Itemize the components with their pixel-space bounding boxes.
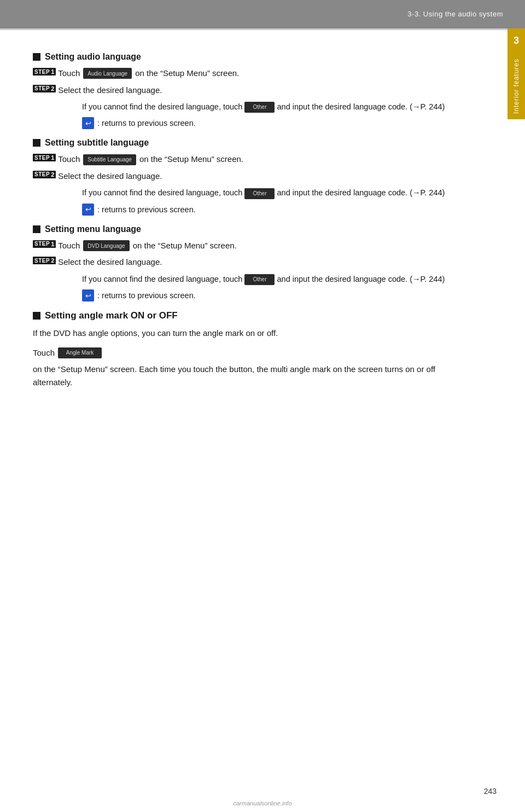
subtitle-language-button[interactable]: Subtitle Language	[83, 154, 136, 165]
subtitle-note: If you cannot find the desired language,…	[82, 187, 475, 199]
subtitle-other-button[interactable]: Other	[244, 188, 275, 199]
menu-step1-text: Touch DVD Language on the “Setup Menu” s…	[58, 240, 237, 252]
heading-square2	[33, 139, 40, 147]
subtitle-step1-prefix: Touch	[58, 153, 80, 166]
menu-step1-suffix: on the “Setup Menu” screen.	[133, 240, 237, 252]
angle-mark-heading: Setting angle mark ON or OFF	[33, 310, 475, 321]
step1-badge: STEP1	[33, 68, 56, 76]
menu-note-text: If you cannot find the desired language,…	[82, 275, 242, 283]
subtitle-back-note: ↩ : returns to previous screen.	[82, 204, 475, 216]
page-header: 3-3. Using the audio system	[407, 10, 503, 18]
menu-back-note: ↩ : returns to previous screen.	[82, 289, 475, 301]
watermark: carmanualsonline.info	[233, 800, 291, 807]
menu-language-title: Setting menu language	[45, 224, 141, 234]
menu-note-suffix: and input the desired language code. (→P…	[277, 275, 445, 283]
sidebar-label: Interior features	[512, 53, 520, 119]
audio-step2: STEP2 Select the desired language.	[33, 84, 475, 97]
subtitle-language-heading: Setting subtitle language	[33, 138, 475, 148]
heading-square4	[33, 312, 40, 320]
angle-body1: If the DVD has angle options, you can tu…	[33, 327, 475, 340]
subtitle-language-title: Setting subtitle language	[45, 138, 149, 148]
audio-language-title: Setting audio language	[45, 52, 141, 62]
right-sidebar: 3 Interior features	[508, 28, 525, 119]
menu-back-icon: ↩	[82, 289, 94, 301]
audio-language-button[interactable]: Audio Language	[83, 68, 132, 79]
menu-step2: STEP2 Select the desired language.	[33, 256, 475, 269]
subtitle-step1-suffix: on the “Setup Menu” screen.	[139, 153, 243, 166]
menu-other-button[interactable]: Other	[244, 274, 275, 285]
subtitle-back-icon: ↩	[82, 204, 94, 216]
step1-prefix: Touch	[58, 67, 80, 80]
subtitle-step2: STEP2 Select the desired language.	[33, 170, 475, 183]
step2-label: Select the desired language.	[58, 84, 162, 97]
section-menu-language: Setting menu language STEP1 Touch DVD La…	[33, 224, 475, 301]
section-angle-mark: Setting angle mark ON or OFF If the DVD …	[33, 310, 475, 389]
subtitle-note-text: If you cannot find the desired language,…	[82, 188, 242, 197]
menu-back-text: : returns to previous screen.	[97, 291, 196, 300]
audio-back-note: ↩ : returns to previous screen.	[82, 117, 475, 129]
angle-mark-title: Setting angle mark ON or OFF	[45, 310, 178, 321]
section-subtitle-language: Setting subtitle language STEP1 Touch Su…	[33, 138, 475, 215]
audio-note-text: If you cannot find the desired language,…	[82, 102, 242, 111]
menu-step1: STEP1 Touch DVD Language on the “Setup M…	[33, 240, 475, 252]
step1-suffix: on the “Setup Menu” screen.	[135, 67, 239, 80]
subtitle-step1-text: Touch Subtitle Language on the “Setup Me…	[58, 153, 243, 166]
subtitle-back-text: : returns to previous screen.	[97, 205, 196, 214]
audio-note: If you cannot find the desired language,…	[82, 101, 475, 113]
subtitle-step2-text: Select the desired language.	[58, 170, 162, 183]
top-bar: 3-3. Using the audio system	[0, 0, 525, 28]
sidebar-number: 3	[514, 28, 519, 53]
audio-step1: STEP1 Touch Audio Language on the “Setup…	[33, 67, 475, 80]
audio-other-button[interactable]: Other	[244, 102, 275, 113]
angle-body2: Touch Angle Mark on the “Setup Menu” scr…	[33, 346, 475, 389]
menu-step1-badge: STEP1	[33, 240, 56, 248]
heading-square3	[33, 225, 40, 233]
main-content: Setting audio language STEP1 Touch Audio…	[0, 30, 508, 417]
audio-language-heading: Setting audio language	[33, 52, 475, 62]
menu-step2-badge: STEP2	[33, 257, 56, 264]
menu-step1-prefix: Touch	[58, 240, 80, 252]
subtitle-step2-badge: STEP2	[33, 171, 56, 178]
section-audio-language: Setting audio language STEP1 Touch Audio…	[33, 52, 475, 129]
menu-step2-label: Select the desired language.	[58, 256, 162, 269]
angle-body2-prefix: Touch	[33, 346, 55, 359]
menu-note: If you cannot find the desired language,…	[82, 273, 475, 285]
menu-step2-text: Select the desired language.	[58, 256, 162, 269]
audio-back-text: : returns to previous screen.	[97, 119, 196, 127]
angle-mark-button[interactable]: Angle Mark	[58, 347, 102, 358]
step2-badge: STEP2	[33, 85, 56, 92]
angle-body2-suffix: on the “Setup Menu” screen. Each time yo…	[33, 363, 475, 389]
step1-text: Touch Audio Language on the “Setup Menu”…	[58, 67, 239, 80]
step2-text: Select the desired language.	[58, 84, 162, 97]
subtitle-note-suffix: and input the desired language code. (→P…	[277, 188, 445, 197]
heading-square	[33, 53, 40, 61]
subtitle-step1: STEP1 Touch Subtitle Language on the “Se…	[33, 153, 475, 166]
subtitle-step2-label: Select the desired language.	[58, 170, 162, 183]
dvd-language-button[interactable]: DVD Language	[83, 240, 129, 251]
subtitle-step1-badge: STEP1	[33, 154, 56, 161]
page-number: 243	[484, 787, 497, 796]
back-icon: ↩	[82, 117, 94, 129]
audio-note-suffix: and input the desired language code. (→P…	[277, 102, 445, 111]
menu-language-heading: Setting menu language	[33, 224, 475, 234]
